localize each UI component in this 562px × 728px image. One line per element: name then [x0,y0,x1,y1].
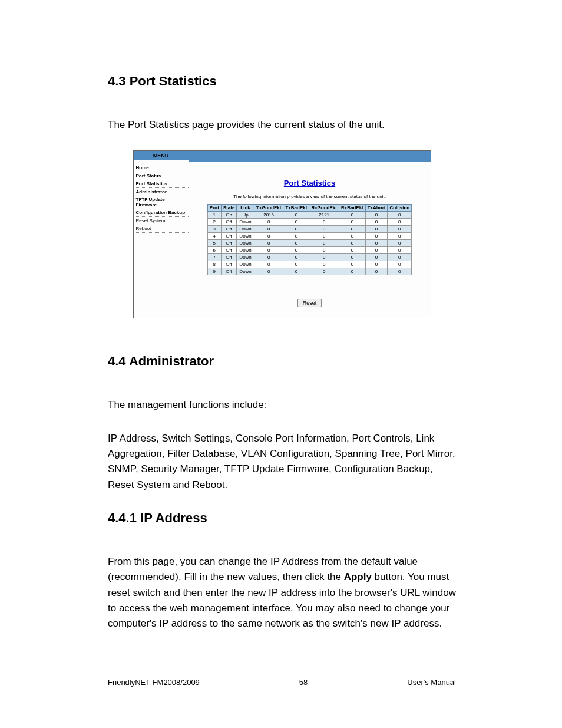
table-row: 6OffDown000000 [207,247,411,254]
table-cell: 0 [254,240,283,247]
table-cell: 0 [365,219,388,226]
table-cell: Up [237,212,254,219]
table-cell: Down [237,240,254,247]
text-apply-bold: Apply [344,571,372,582]
footer-right: User's Manual [407,678,456,687]
menu-item[interactable]: Configuration Backup [134,209,189,217]
table-cell: 0 [283,219,309,226]
table-row: 8OffDown000000 [207,261,411,268]
table-cell: Off [221,261,237,268]
table-cell: 0 [283,247,309,254]
menu-item[interactable]: Reset System [134,217,189,225]
table-cell: On [221,212,237,219]
table-cell: 0 [254,219,283,226]
header-bar [189,151,431,162]
table-cell: 0 [365,254,388,261]
table-cell: 0 [283,254,309,261]
table-cell: 0 [283,261,309,268]
menu-item[interactable]: Reboot [134,225,189,233]
table-row: 1OnUp201602121000 [207,212,411,219]
table-cell: 0 [388,261,412,268]
table-cell: 6 [207,247,221,254]
table-cell: 0 [254,268,283,275]
table-cell: Down [237,233,254,240]
port-statistics-table: PortStateLinkTxGoodPktTxBadPktRxGoodPktR… [207,204,412,275]
reset-button[interactable]: Reset [297,299,322,307]
table-cell: 0 [309,240,339,247]
table-cell: 4 [207,233,221,240]
table-cell: 0 [365,247,388,254]
table-cell: 0 [254,261,283,268]
table-row: 5OffDown000000 [207,240,411,247]
table-cell: 0 [365,240,388,247]
table-column-header: RxGoodPkt [309,205,339,212]
table-cell: 0 [254,247,283,254]
table-cell: 0 [254,254,283,261]
table-cell: Off [221,233,237,240]
table-cell: 0 [339,240,365,247]
table-row: 2OffDown000000 [207,219,411,226]
table-cell: 2121 [309,212,339,219]
table-cell: 0 [388,219,412,226]
table-cell: 0 [254,226,283,233]
table-cell: 0 [339,233,365,240]
table-cell: 0 [365,226,388,233]
table-cell: 0 [388,254,412,261]
table-column-header: RxBadPkt [339,205,365,212]
table-cell: Off [221,268,237,275]
paragraph-admin-list: IP Address, Switch Settings, Console Por… [108,431,456,493]
menu-header: MENU [134,151,189,160]
footer-page-number: 58 [299,678,308,687]
table-cell: Off [221,240,237,247]
table-column-header: TxBadPkt [283,205,309,212]
table-cell: 0 [388,226,412,233]
table-cell: 0 [309,254,339,261]
table-cell: 0 [388,268,412,275]
menu-item[interactable]: Port Statistics [134,180,189,188]
table-cell: 0 [388,240,412,247]
table-cell: Off [221,247,237,254]
table-cell: 0 [309,233,339,240]
table-cell: 0 [339,247,365,254]
table-cell: 0 [388,247,412,254]
table-column-header: State [221,205,237,212]
table-row: 9OffDown000000 [207,268,411,275]
table-cell: Down [237,261,254,268]
table-column-header: Port [207,205,221,212]
table-cell: Down [237,247,254,254]
table-cell: 7 [207,254,221,261]
port-statistics-screenshot: MENU HomePort StatusPort StatisticsAdmin… [133,150,431,318]
table-cell: 0 [309,261,339,268]
heading-ip-address: 4.4.1 IP Address [108,510,456,526]
table-cell: Down [237,219,254,226]
table-row: 3OffDown000000 [207,226,411,233]
table-row: 7OffDown000000 [207,254,411,261]
menu-item[interactable]: Administrator [134,188,189,196]
table-cell: 0 [309,247,339,254]
table-cell: 2 [207,219,221,226]
table-column-header: Link [237,205,254,212]
table-cell: Down [237,226,254,233]
table-cell: 0 [365,233,388,240]
table-cell: 0 [309,226,339,233]
table-cell: 1 [207,212,221,219]
menu-item[interactable]: TFTP Update Firmware [134,196,189,209]
table-column-header: Collision [388,205,412,212]
menu-item[interactable]: Port Status [134,172,189,180]
table-cell: Off [221,254,237,261]
heading-port-statistics: 4.3 Port Statistics [108,74,456,89]
paragraph-admin-intro: The management functions include: [108,397,456,413]
table-cell: 0 [388,212,412,219]
table-cell: 3 [207,226,221,233]
footer-left: FriendlyNET FM2008/2009 [108,678,200,687]
page-footer: FriendlyNET FM2008/2009 58 User's Manual [108,678,456,687]
table-cell: 0 [309,219,339,226]
table-cell: 0 [309,268,339,275]
table-cell: 8 [207,261,221,268]
table-cell: Off [221,226,237,233]
menu-item[interactable]: Home [134,164,189,172]
table-cell: 0 [365,261,388,268]
table-cell: 0 [254,233,283,240]
table-cell: 0 [283,268,309,275]
table-cell: Off [221,219,237,226]
